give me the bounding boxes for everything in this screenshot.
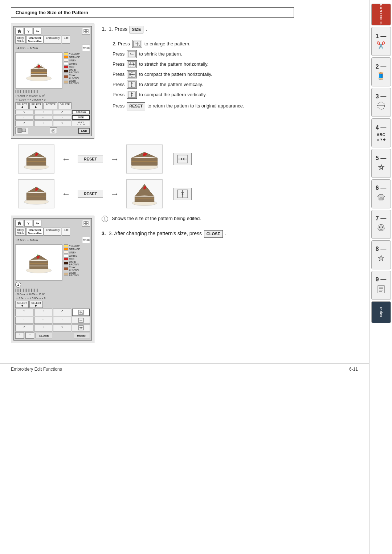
reset-inline-btn[interactable]: RESET — [127, 102, 145, 110]
light-brown-swatch-1 — [64, 81, 68, 83]
sub-step-compact-h: Press to compact the pattern horizontall… — [113, 70, 358, 78]
select-right-2[interactable]: SELECT▶ — [29, 301, 43, 308]
sidebar-tab-4[interactable]: 4 — ABC▲▼◆ — [371, 118, 391, 147]
nav-bottomleft-1[interactable]: ↙ — [15, 121, 33, 126]
color-orange-2: ORANGE — [64, 248, 90, 250]
close-inline-btn[interactable]: CLOSE — [204, 230, 223, 238]
stretch-h-btn-2[interactable]: ↔ — [25, 332, 34, 339]
nav-right-2[interactable]: → — [53, 317, 71, 324]
density-arr-btn-1[interactable] — [15, 127, 28, 134]
machine-tab-embroidery-1[interactable]: Embroidery — [44, 36, 61, 44]
white-swatch-1 — [64, 62, 68, 65]
machine-tab-edit-1[interactable]: Edit — [62, 36, 70, 44]
select-right-1[interactable]: SELECT▶ — [29, 102, 43, 109]
image-label-2: IMAGE — [83, 239, 90, 241]
machine-settings-btn-1[interactable]: ? — [24, 28, 32, 34]
sidebar-tab-index[interactable]: Index — [371, 301, 391, 323]
nav-up-2[interactable]: ↑ — [34, 309, 52, 316]
close-btn-2[interactable]: CLOSE — [36, 333, 52, 338]
nav-bottomright-2[interactable]: ↘ — [53, 325, 71, 331]
sidebar-tab-7[interactable]: 7 — — [371, 210, 391, 239]
machine-edit-btn-2[interactable]: A▪ — [33, 220, 41, 227]
rotate-btn-1[interactable]: ROTATE — [44, 102, 57, 109]
sidebar-tab-5[interactable]: 5 — ☆ — [371, 149, 391, 178]
reset-btn-diagram-2[interactable]: RESET — [78, 190, 103, 198]
machine-color-list-1: YELLOW ORANGE LINEN WHITE — [64, 52, 90, 89]
nav-topright-2[interactable]: ↗ — [53, 309, 71, 316]
color-yellow-2: YELLOW — [64, 244, 90, 247]
compact-v-diagram-btn[interactable] — [173, 188, 192, 200]
machine-tab-character-1[interactable]: CharacterDecorative — [26, 36, 44, 44]
nav-bottomright-1[interactable]: ↘ — [53, 121, 71, 126]
stretch-v-icon-btn[interactable] — [127, 81, 137, 89]
enlarge-icon-btn[interactable] — [132, 40, 142, 48]
sidebar-tab-6[interactable]: 6 — — [371, 179, 391, 208]
compact-h-icon-btn[interactable] — [127, 70, 137, 78]
machine-grid-btn-2[interactable] — [82, 220, 90, 227]
sidebar-tab-8[interactable]: 8 — — [371, 240, 391, 269]
nav-left-2[interactable]: ← — [15, 317, 33, 324]
nav-topleft-2[interactable]: ↖ — [15, 309, 33, 316]
shrink-btn-2[interactable] — [72, 317, 90, 324]
machine-image-btn-2[interactable]: IMAGE — [82, 237, 90, 243]
size-btn-1[interactable]: SIZE — [72, 115, 90, 120]
compact-h-diagram-btn[interactable] — [173, 153, 192, 165]
nav-up-1[interactable]: ↑ — [34, 110, 52, 114]
enlarge-btn-2[interactable] — [72, 309, 90, 316]
machine-tab-character-2[interactable]: CharacterDecorative — [26, 228, 44, 236]
machine-btn-row-1: SELECT◀ SELECT▶ ROTATE DELETE — [15, 102, 90, 109]
sidebar-tab-3[interactable]: 3 — — [371, 88, 391, 117]
nav-down-1[interactable]: ↓ — [34, 121, 52, 126]
nav-center-1[interactable]: ↔ — [34, 115, 52, 120]
shrink-text: to shrink the pattern. — [139, 50, 182, 58]
orange-swatch-2 — [64, 248, 68, 250]
note-section: 1 Shows the size of the pattern being ed… — [102, 216, 358, 222]
color-yellow-1: YELLOW — [64, 52, 90, 55]
compact-h-btn-2[interactable] — [72, 325, 90, 331]
machine-edit-btn-1[interactable]: A▪ — [33, 28, 41, 34]
sidebar-tab-1[interactable]: 1 — ✂️ — [371, 27, 391, 56]
machine-color-list-2: YELLOW ORANGE LINEN WHITE — [64, 244, 90, 281]
compact-h-text: to compact the pattern horizontally. — [139, 71, 212, 78]
svg-rect-18 — [22, 129, 26, 132]
nav-bottomleft-2[interactable]: ↙ — [15, 325, 33, 331]
reset-btn-diagram-1[interactable]: RESET — [78, 155, 103, 163]
nav-left-1[interactable]: ← — [15, 115, 33, 120]
delete-btn-1[interactable]: DELETE — [58, 102, 72, 109]
color-linen-1: LINEN — [64, 59, 90, 62]
machine-home-btn-1[interactable] — [15, 28, 23, 34]
sidebar-tab-contents[interactable]: CONTENTS — [371, 4, 391, 25]
size-inline-btn[interactable]: SIZE — [130, 26, 143, 34]
section-title: Changing the Size of the Pattern — [11, 7, 294, 18]
machine-tab-utility-2[interactable]: UtilityStitch — [15, 228, 26, 236]
nav-right-1[interactable]: → — [53, 115, 71, 120]
compact-v-icon-btn[interactable] — [127, 91, 137, 99]
density-btn-2[interactable]: ↕ — [15, 332, 24, 339]
note-1-text: Shows the size of the pattern being edit… — [112, 216, 201, 221]
reset-btn-2[interactable]: RESET — [74, 333, 90, 338]
machine-tab-edit-2[interactable]: Edit — [62, 228, 70, 236]
sidebar-tab-2[interactable]: 2 — 🧵 — [371, 57, 391, 86]
nav-topright-1[interactable]: ↗ — [53, 110, 71, 114]
nav-center-2[interactable]: ↔ — [34, 317, 52, 324]
machine-home-btn-2[interactable] — [15, 220, 23, 227]
tab-number-8: 8 — — [376, 246, 386, 252]
sidebar-tab-9[interactable]: 9 — — [371, 271, 391, 300]
end-btn-1[interactable]: END — [78, 128, 90, 134]
machine-tab-embroidery-2[interactable]: Embroidery — [44, 228, 61, 236]
machine-image-btn-1[interactable]: IMAGE — [82, 45, 90, 51]
tab-icon-7 — [376, 223, 386, 234]
stretch-h-icon-btn[interactable] — [127, 60, 137, 68]
spacing-btn-1[interactable]: SPACING — [72, 110, 90, 114]
machine-tab-utility-1[interactable]: UtilityStitch — [15, 36, 26, 44]
machine-settings-btn-2[interactable]: ? — [24, 220, 32, 227]
shrink-icon-btn[interactable] — [127, 50, 137, 58]
nav-down-2[interactable]: ↓ — [34, 325, 52, 331]
select-left-1[interactable]: SELECT◀ — [15, 102, 29, 109]
arr-btn-1[interactable]: △▷▽◁ — [50, 127, 57, 134]
density-btn-1[interactable]: MULTICOLOR — [72, 121, 90, 126]
machine-grid-btn-1[interactable] — [82, 28, 90, 34]
select-left-2[interactable]: SELECT◀ — [15, 301, 29, 308]
svg-rect-5 — [378, 285, 384, 293]
nav-topleft-1[interactable]: ↖ — [15, 110, 33, 114]
